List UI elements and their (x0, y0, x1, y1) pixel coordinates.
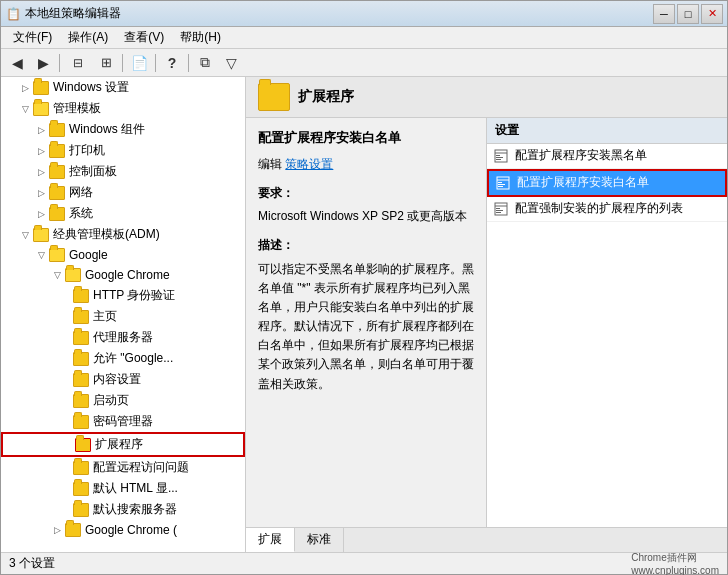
toolbar-separator-3 (155, 54, 156, 72)
tree-item-google[interactable]: ▽ Google (1, 245, 245, 265)
show-hide-button[interactable]: ⊟ (64, 52, 92, 74)
tree-label: Google (69, 248, 108, 262)
tree-item-allow-google[interactable]: 允许 "Google... (1, 348, 245, 369)
folder-icon (49, 165, 65, 179)
menu-view[interactable]: 查看(V) (116, 27, 172, 48)
new-window-button[interactable]: ⧉ (193, 52, 217, 74)
window-title: 本地组策略编辑器 (25, 5, 653, 22)
tree-item-admin-templates[interactable]: ▽ 管理模板 (1, 98, 245, 119)
svg-rect-4 (496, 159, 501, 160)
main-content: ▷ Windows 设置 ▽ 管理模板 ▷ Windows 组件 (1, 77, 727, 552)
tree-item-default-search[interactable]: 默认搜索服务器 (1, 499, 245, 520)
folder-icon (33, 81, 49, 95)
menu-help[interactable]: 帮助(H) (172, 27, 229, 48)
policy-desc-panel: 配置扩展程序安装白名单 编辑 策略设置 要求： Microsoft Window… (246, 118, 487, 527)
status-right: Chrome插件网 www.cnplugins.com (631, 551, 719, 575)
folder-icon (73, 482, 89, 496)
help-button[interactable]: ? (160, 52, 184, 74)
svg-rect-14 (496, 212, 501, 213)
tree-label: 经典管理模板(ADM) (53, 226, 160, 243)
tree-label: Google Chrome (85, 268, 170, 282)
expand-icon: ▷ (17, 80, 33, 96)
svg-rect-13 (496, 210, 503, 211)
expand-button[interactable]: ⊞ (94, 52, 118, 74)
properties-button[interactable]: 📄 (127, 52, 151, 74)
settings-header: 设置 (487, 118, 727, 144)
folder-icon (73, 352, 89, 366)
forward-button[interactable]: ▶ (31, 52, 55, 74)
requirements-label: 要求： (258, 184, 474, 203)
policy-title: 配置扩展程序安装白名单 (258, 128, 474, 149)
description-text: 可以指定不受黑名单影响的扩展程序。黑名单值 "*" 表示所有扩展程序均已列入黑名… (258, 260, 474, 394)
tab-expand[interactable]: 扩展 (246, 528, 295, 552)
tree-item-control-panel[interactable]: ▷ 控制面板 (1, 161, 245, 182)
tree-item-extensions[interactable]: 扩展程序 (1, 432, 245, 457)
window-controls: ─ □ ✕ (653, 4, 723, 24)
expand-icon: ▽ (17, 227, 33, 243)
tree-label: 默认 HTML 显... (93, 480, 178, 497)
content-header-icon (258, 83, 290, 111)
menu-bar: 文件(F) 操作(A) 查看(V) 帮助(H) (1, 27, 727, 49)
close-button[interactable]: ✕ (701, 4, 723, 24)
tree-item-google-chrome2[interactable]: ▷ Google Chrome ( (1, 520, 245, 540)
folder-icon (73, 373, 89, 387)
expand-icon (65, 330, 73, 346)
settings-list: 配置扩展程序安装黑名单 (487, 144, 727, 527)
requirements-text: Microsoft Windows XP SP2 或更高版本 (258, 207, 474, 226)
tree-label: 密码管理器 (93, 413, 153, 430)
toolbar-separator-4 (188, 54, 189, 72)
maximize-button[interactable]: □ (677, 4, 699, 24)
tree-item-network[interactable]: ▷ 网络 (1, 182, 245, 203)
folder-icon (65, 268, 81, 282)
back-button[interactable]: ◀ (5, 52, 29, 74)
svg-rect-7 (498, 182, 502, 183)
expand-icon: ▽ (17, 101, 33, 117)
tree-item-default-html[interactable]: 默认 HTML 显... (1, 478, 245, 499)
tree-item-homepage[interactable]: 主页 (1, 306, 245, 327)
settings-item-force-install[interactable]: 配置强制安装的扩展程序的列表 (487, 197, 727, 222)
tree-label: 网络 (69, 184, 93, 201)
expand-icon: ▷ (33, 206, 49, 222)
menu-action[interactable]: 操作(A) (60, 27, 116, 48)
filter-button[interactable]: ▽ (219, 52, 243, 74)
svg-rect-3 (496, 157, 503, 158)
tree-item-proxy[interactable]: 代理服务器 (1, 327, 245, 348)
tree-item-system[interactable]: ▷ 系统 (1, 203, 245, 224)
tree-label: 代理服务器 (93, 329, 153, 346)
tree-label: Windows 组件 (69, 121, 145, 138)
tree-item-classic-adm[interactable]: ▽ 经典管理模板(ADM) (1, 224, 245, 245)
settings-item-blacklist[interactable]: 配置扩展程序安装黑名单 (487, 144, 727, 169)
tree-item-google-chrome[interactable]: ▽ Google Chrome (1, 265, 245, 285)
policy-edit-line: 编辑 策略设置 (258, 155, 474, 174)
edit-link[interactable]: 策略设置 (285, 157, 333, 171)
folder-icon (73, 310, 89, 324)
folder-icon (49, 144, 65, 158)
expand-icon (65, 372, 73, 388)
settings-item-whitelist[interactable]: 配置扩展程序安装白名单 (487, 169, 727, 197)
tree-label: Google Chrome ( (85, 523, 177, 537)
tree-item-startup[interactable]: 启动页 (1, 390, 245, 411)
tree-item-remote-access[interactable]: 配置远程访问问题 (1, 457, 245, 478)
minimize-button[interactable]: ─ (653, 4, 675, 24)
tree-label: 主页 (93, 308, 117, 325)
toolbar: ◀ ▶ ⊟ ⊞ 📄 ? ⧉ ▽ (1, 49, 727, 77)
tree-item-http-auth[interactable]: HTTP 身份验证 (1, 285, 245, 306)
expand-icon (65, 414, 73, 430)
expand-icon (65, 460, 73, 476)
tree-item-windows-components[interactable]: ▷ Windows 组件 (1, 119, 245, 140)
tree-label: 配置远程访问问题 (93, 459, 189, 476)
expand-icon: ▽ (49, 267, 65, 283)
folder-icon (73, 415, 89, 429)
expand-icon (65, 481, 73, 497)
tree-item-printers[interactable]: ▷ 打印机 (1, 140, 245, 161)
tree-item-password-manager[interactable]: 密码管理器 (1, 411, 245, 432)
tree-label: 默认搜索服务器 (93, 501, 177, 518)
tree-item-content-settings[interactable]: 内容设置 (1, 369, 245, 390)
expand-icon: ▷ (33, 143, 49, 159)
policy-icon (493, 148, 509, 164)
tree-item-windows-settings[interactable]: ▷ Windows 设置 (1, 77, 245, 98)
tab-standard[interactable]: 标准 (295, 528, 344, 552)
content-header: 扩展程序 (246, 77, 727, 118)
expand-icon (65, 393, 73, 409)
menu-file[interactable]: 文件(F) (5, 27, 60, 48)
